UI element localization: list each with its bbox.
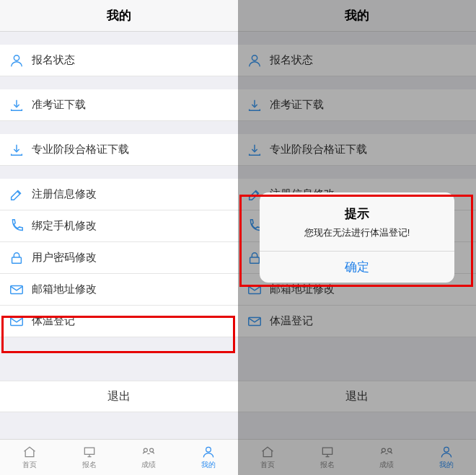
- svg-point-7: [206, 447, 211, 452]
- tab-label: 首页: [22, 460, 37, 470]
- item-label: 邮箱地址修改: [32, 283, 97, 296]
- modal-overlay: 提示 您现在无法进行体温登记! 确定: [238, 0, 476, 475]
- tabbar: 首页 报名 成绩 我的: [0, 439, 238, 475]
- tab-mine[interactable]: 我的: [179, 440, 239, 475]
- monitor-icon: [82, 445, 97, 458]
- tab-home[interactable]: 首页: [0, 440, 60, 475]
- svg-point-0: [14, 55, 19, 60]
- svg-rect-2: [11, 285, 23, 293]
- menu-group-3: 专业阶段合格证下载: [0, 134, 238, 166]
- menu-group-4: 注册信息修改 绑定手机修改 用户密码修改 邮箱地址修改: [0, 179, 238, 337]
- item-label: 体温登记: [32, 314, 75, 328]
- logout-button[interactable]: 退出: [0, 381, 238, 412]
- mail-icon: [9, 314, 25, 329]
- tab-label: 我的: [201, 460, 216, 470]
- item-label: 绑定手机修改: [32, 219, 97, 233]
- svg-point-5: [144, 448, 148, 452]
- svg-rect-4: [84, 448, 94, 454]
- item-reg-info-edit[interactable]: 注册信息修改: [0, 179, 238, 210]
- item-password-edit[interactable]: 用户密码修改: [0, 242, 238, 274]
- edit-icon: [9, 187, 25, 203]
- item-registration-status[interactable]: 报名状态: [0, 45, 238, 76]
- item-qualification-download[interactable]: 专业阶段合格证下载: [0, 134, 238, 166]
- phone-right: 我的 报名状态 准考证下载 专业阶段合格证下载 注册信息修改: [238, 0, 476, 475]
- menu-group-1: 报名状态: [0, 45, 238, 76]
- user-icon: [9, 53, 25, 68]
- content: 报名状态 准考证下载 专业阶段合格证下载: [0, 32, 238, 439]
- item-label: 报名状态: [32, 53, 75, 67]
- menu-group-2: 准考证下载: [0, 89, 238, 121]
- alert-message: 您现在无法进行体温登记!: [271, 226, 443, 239]
- phone-icon: [9, 218, 25, 234]
- item-phone-edit[interactable]: 绑定手机修改: [0, 210, 238, 242]
- svg-point-6: [150, 448, 154, 452]
- item-label: 专业阶段合格证下载: [32, 143, 129, 156]
- item-temperature-register[interactable]: 体温登记: [0, 306, 238, 337]
- tab-scores[interactable]: 成绩: [119, 440, 179, 475]
- logout-label: 退出: [107, 389, 131, 404]
- phone-left: 我的 报名状态 准考证下载: [0, 0, 238, 475]
- download-icon: [9, 97, 25, 113]
- item-label: 用户密码修改: [32, 251, 97, 265]
- scores-icon: [141, 445, 156, 458]
- tab-signup[interactable]: 报名: [60, 440, 120, 475]
- svg-rect-3: [11, 317, 23, 325]
- user-icon: [201, 445, 216, 458]
- lock-icon: [9, 250, 25, 266]
- item-email-edit[interactable]: 邮箱地址修改: [0, 274, 238, 306]
- alert-body: 提示 您现在无法进行体温登记!: [260, 192, 454, 251]
- item-label: 注册信息修改: [32, 187, 97, 201]
- header: 我的: [0, 0, 238, 32]
- item-admit-ticket-download[interactable]: 准考证下载: [0, 89, 238, 121]
- alert-dialog: 提示 您现在无法进行体温登记! 确定: [260, 192, 454, 283]
- svg-rect-1: [12, 257, 22, 263]
- alert-title: 提示: [271, 205, 443, 222]
- page-title: 我的: [107, 7, 131, 24]
- item-label: 准考证下载: [32, 98, 86, 112]
- tab-label: 报名: [82, 460, 97, 470]
- alert-ok-label: 确定: [345, 259, 369, 275]
- home-icon: [22, 445, 37, 458]
- alert-ok-button[interactable]: 确定: [260, 251, 454, 283]
- tab-label: 成绩: [141, 460, 156, 470]
- mail-icon: [9, 282, 25, 298]
- download-icon: [9, 142, 25, 158]
